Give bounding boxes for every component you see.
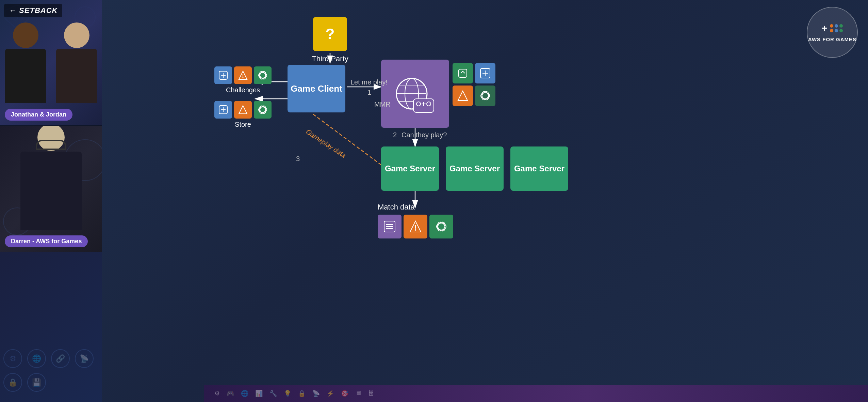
store-icon-3 <box>254 101 272 119</box>
third-party-label: Third Party <box>305 55 356 63</box>
webcam-bottom: Darren - AWS for Games <box>0 126 102 252</box>
backend-icon-2 <box>475 63 495 83</box>
let-me-play-label: Let me play! <box>350 78 388 86</box>
bottom-icons: ⚙ 🎮 🌐 📊 🔧 💡 🔒 📡 ⚡ 🎯 🖥 🗄 <box>214 390 374 397</box>
svg-point-49 <box>480 90 490 101</box>
svg-point-24 <box>258 71 267 80</box>
lower-panel: ⚙ 🌐 🔗 📡 🔒 💾 <box>0 252 102 402</box>
plus-icon: + <box>822 23 827 34</box>
challenges-icon-1 <box>214 66 232 84</box>
game-server-3-label: Game Server <box>514 164 564 173</box>
game-client-box: Game Client <box>288 65 345 112</box>
game-server-box-1: Game Server <box>381 146 439 191</box>
svg-point-59 <box>436 221 446 232</box>
left-panel: 53 ← SETBACK <box>0 0 102 402</box>
store-icon-row <box>214 101 272 119</box>
challenges-group: Challenges Store <box>214 66 272 128</box>
mmr-label: MMR <box>374 100 391 108</box>
bottom-bar: ⚙ 🎮 🌐 📊 🔧 💡 🔒 📡 ⚡ 🎯 🖥 🗄 <box>204 385 868 402</box>
game-server-box-2: Game Server <box>446 146 504 191</box>
game-server-2-label: Game Server <box>449 164 500 173</box>
backend-icon-4 <box>475 86 495 106</box>
bottom-icon-11: 🖥 <box>355 390 361 397</box>
backend-icon-3 <box>453 86 473 106</box>
main-area: + AWS FOR GAMES <box>102 0 868 402</box>
game-client-label: Game Client <box>291 83 342 94</box>
third-party-icon: ? <box>326 26 335 43</box>
aws-logo: + AWS FOR GAMES <box>807 7 858 58</box>
bottom-icon-7: 🔒 <box>298 390 306 397</box>
game-server-box-3: Game Server <box>510 146 568 191</box>
step1-label: 1 <box>367 89 371 96</box>
match-data-icon-2 <box>404 215 427 238</box>
store-icon-1 <box>214 101 232 119</box>
bottom-icon-3: 🌐 <box>241 390 248 397</box>
store-icon-2 <box>234 101 252 119</box>
deco-icons: ⚙ 🌐 🔗 📡 🔒 💾 <box>0 346 102 395</box>
webcam-top: 53 ← SETBACK <box>0 0 102 126</box>
bottom-icon-2: 🎮 <box>227 390 234 397</box>
svg-point-31 <box>258 105 267 115</box>
bottom-icon-6: 💡 <box>284 390 291 397</box>
bottom-icon-8: 📡 <box>312 390 320 397</box>
backend-icons-grid <box>453 63 495 106</box>
third-party-box: ? <box>313 17 347 51</box>
store-label: Store <box>214 121 272 128</box>
svg-rect-42 <box>459 69 467 77</box>
step3-label: 3 <box>296 155 300 163</box>
game-server-1-label: Game Server <box>385 164 435 173</box>
bottom-icon-9: ⚡ <box>327 390 334 397</box>
aws-logo-text: AWS FOR GAMES <box>808 36 856 42</box>
backend-icon-1 <box>453 63 473 83</box>
dots-grid <box>830 24 843 32</box>
match-data-icons <box>378 215 453 238</box>
step2-label: 2 <box>393 131 397 139</box>
svg-point-56 <box>415 229 416 231</box>
backend-matchmaking-box <box>381 60 449 128</box>
svg-marker-28 <box>239 106 247 114</box>
arrows-layer <box>102 0 868 402</box>
match-data-label: Match data <box>378 203 415 212</box>
gameplay-data-label: Gameplay data <box>305 128 347 159</box>
bottom-icon-5: 🔧 <box>269 390 277 397</box>
challenges-icon-row <box>214 66 272 84</box>
challenges-icon-2 <box>234 66 252 84</box>
bottom-icon-12: 🗄 <box>368 390 374 397</box>
name-badge-jonathan-jordan: Jonathan & Jordan <box>5 109 72 121</box>
match-data-icon-1 <box>378 215 402 238</box>
match-data-icon-3 <box>429 215 453 238</box>
bottom-icon-1: ⚙ <box>214 390 220 397</box>
svg-point-21 <box>243 77 244 78</box>
name-badge-darren: Darren - AWS for Games <box>5 235 88 247</box>
bottom-icon-4: 📊 <box>255 390 263 397</box>
challenges-label: Challenges <box>214 86 272 94</box>
bottom-icon-10: 🎯 <box>341 390 348 397</box>
svg-marker-46 <box>458 91 468 100</box>
matchmaking-icon <box>393 72 437 116</box>
challenges-icon-3 <box>254 66 272 84</box>
can-they-play-label: Can they play? <box>402 131 447 139</box>
